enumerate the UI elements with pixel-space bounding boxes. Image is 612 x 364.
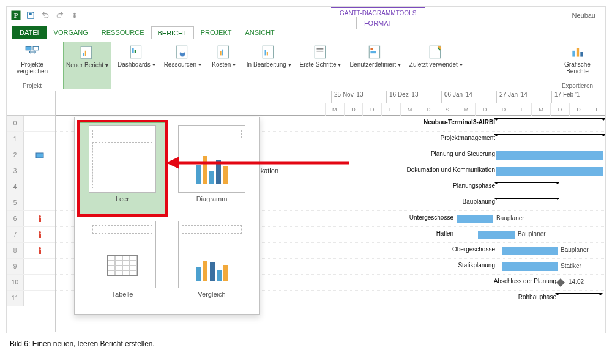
report-option-tabelle[interactable]: Tabelle bbox=[80, 218, 165, 310]
tab-file[interactable]: DATEI bbox=[12, 26, 47, 39]
svg-point-15 bbox=[181, 51, 184, 53]
visual-reports-button[interactable]: Grafische Berichte bbox=[555, 42, 600, 83]
svg-rect-24 bbox=[316, 51, 323, 52]
new-report-button[interactable]: Neuer Bericht ▾ bbox=[63, 42, 111, 89]
contextual-tab-group: GANTT-DIAGRAMMTOOLS FORMAT bbox=[331, 7, 425, 29]
row-number[interactable]: 6 bbox=[7, 211, 24, 226]
summary-bar bbox=[496, 118, 603, 122]
svg-point-33 bbox=[39, 215, 41, 218]
svg-rect-5 bbox=[26, 46, 31, 50]
svg-rect-34 bbox=[39, 218, 41, 222]
svg-point-35 bbox=[39, 231, 41, 234]
row-number[interactable]: 0 bbox=[7, 116, 24, 131]
getting-started-button[interactable]: Erste Schritte ▾ bbox=[297, 42, 344, 89]
summary-bar bbox=[496, 182, 558, 185]
svg-rect-21 bbox=[267, 52, 268, 55]
task-label: Abschluss der Planung bbox=[494, 278, 556, 284]
compare-projects-button[interactable]: Projekte vergleichen bbox=[12, 42, 53, 83]
task-label: Planung und Steuerung bbox=[431, 150, 495, 157]
task-label: Rohbauphase bbox=[518, 294, 556, 300]
svg-rect-26 bbox=[371, 48, 373, 50]
svg-rect-27 bbox=[371, 51, 376, 53]
row-number[interactable]: 9 bbox=[7, 259, 24, 274]
indicator-icon bbox=[24, 147, 55, 163]
recent-button[interactable]: Zuletzt verwendet ▾ bbox=[407, 42, 465, 89]
kosten-button[interactable]: Kosten ▾ bbox=[207, 42, 241, 89]
tab-projekt[interactable]: PROJEKT bbox=[194, 26, 239, 39]
svg-text:P: P bbox=[14, 12, 18, 19]
tab-bericht[interactable]: BERICHT bbox=[151, 26, 194, 39]
svg-rect-36 bbox=[39, 234, 41, 238]
row-number[interactable]: 3 bbox=[7, 163, 24, 179]
row-number[interactable]: 11 bbox=[7, 291, 24, 306]
svg-marker-40 bbox=[166, 157, 179, 169]
svg-rect-8 bbox=[83, 53, 84, 56]
row-number[interactable]: 7 bbox=[7, 227, 24, 242]
dashboards-button[interactable]: Dashboards ▾ bbox=[115, 42, 158, 89]
undo-icon[interactable] bbox=[40, 10, 51, 21]
milestone-date: 14.02 bbox=[569, 278, 584, 285]
row-number[interactable]: 1 bbox=[7, 132, 24, 147]
ressourcen-button[interactable]: Ressourcen ▾ bbox=[162, 42, 204, 89]
tab-format[interactable]: FORMAT bbox=[356, 17, 400, 29]
svg-rect-38 bbox=[39, 250, 41, 254]
redo-icon[interactable] bbox=[54, 10, 65, 21]
svg-rect-6 bbox=[33, 46, 39, 50]
row-number[interactable]: 5 bbox=[7, 195, 24, 210]
task-bar[interactable] bbox=[457, 215, 493, 223]
figure-caption: Bild 6: Einen neuen, leeren Bericht erst… bbox=[10, 340, 602, 348]
new-report-gallery: Leer Diagramm bbox=[74, 117, 260, 315]
tab-ressource[interactable]: RESSOURCE bbox=[95, 26, 151, 39]
contextual-group-title: GANTT-DIAGRAMMTOOLS bbox=[331, 7, 425, 17]
task-label: Untergeschosse bbox=[409, 214, 453, 221]
task-label: Bauplanung bbox=[463, 198, 495, 205]
ribbon: Projekte vergleichen Projekt Neuer Beric… bbox=[7, 39, 605, 91]
getting-started-icon bbox=[313, 43, 329, 61]
custom-button[interactable]: Benutzerdefiniert ▾ bbox=[347, 42, 403, 89]
in-progress-button[interactable]: In Bearbeitung ▾ bbox=[244, 42, 294, 89]
task-bar[interactable] bbox=[478, 231, 515, 239]
row-number[interactable]: 10 bbox=[7, 275, 24, 290]
report-option-leer[interactable]: Leer bbox=[80, 122, 165, 214]
milestone-icon[interactable] bbox=[556, 278, 565, 287]
svg-rect-29 bbox=[572, 51, 575, 57]
resources-icon bbox=[174, 43, 190, 61]
task-bar[interactable] bbox=[502, 262, 558, 271]
svg-rect-16 bbox=[218, 46, 228, 58]
task-bar[interactable] bbox=[496, 151, 603, 160]
resource-label: Bauplaner bbox=[496, 215, 524, 221]
task-label: Obergeschosse bbox=[452, 246, 495, 253]
custom-icon bbox=[367, 43, 383, 61]
document-title: Neubau bbox=[572, 12, 595, 19]
save-icon[interactable] bbox=[25, 10, 36, 21]
svg-rect-2 bbox=[29, 13, 31, 15]
touch-mode-icon[interactable] bbox=[69, 10, 80, 21]
overallocation-icon bbox=[24, 227, 55, 242]
svg-rect-30 bbox=[576, 48, 578, 57]
svg-rect-12 bbox=[135, 50, 136, 53]
task-bar[interactable] bbox=[496, 167, 603, 176]
svg-rect-11 bbox=[132, 48, 133, 53]
row-number[interactable]: 8 bbox=[7, 243, 24, 258]
task-label: Statikplanung bbox=[458, 262, 495, 269]
task-label: Projektmanagement bbox=[441, 135, 496, 141]
overallocation-icon bbox=[24, 211, 55, 226]
row-number[interactable]: 4 bbox=[7, 179, 24, 195]
timeline-header: 25 Nov '13 16 Dez '13 06 Jan '14 27 Jan … bbox=[56, 91, 605, 116]
svg-rect-9 bbox=[85, 51, 86, 56]
task-label: Hallen bbox=[436, 230, 453, 237]
resource-label: Bauplaner bbox=[518, 231, 546, 237]
task-bar[interactable] bbox=[502, 247, 558, 255]
report-option-vergleich[interactable]: Vergleich bbox=[169, 218, 255, 310]
inprogress-icon bbox=[261, 43, 277, 61]
ribbon-tabs: DATEI VORGANG RESSOURCE BERICHT PROJEKT … bbox=[7, 24, 605, 39]
tab-ansicht[interactable]: ANSICHT bbox=[239, 26, 282, 39]
costs-icon bbox=[216, 43, 232, 61]
visual-reports-icon bbox=[570, 43, 586, 61]
recent-icon bbox=[428, 43, 444, 61]
svg-rect-20 bbox=[265, 50, 266, 56]
row-number[interactable]: 2 bbox=[7, 147, 24, 163]
new-report-icon bbox=[79, 43, 95, 62]
tab-vorgang[interactable]: VORGANG bbox=[47, 26, 95, 39]
project-app-icon: P bbox=[10, 10, 21, 21]
